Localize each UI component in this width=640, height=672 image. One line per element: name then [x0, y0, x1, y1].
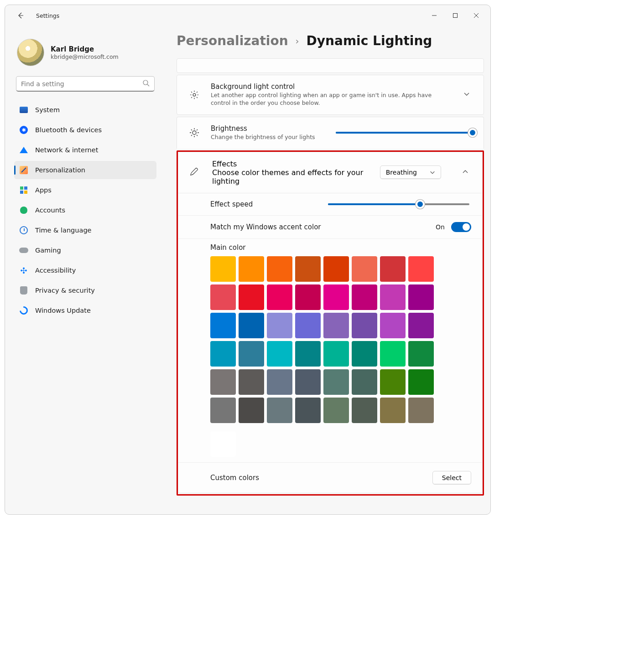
color-swatch[interactable] [323, 313, 349, 338]
color-swatch[interactable] [295, 398, 321, 423]
color-swatch[interactable] [239, 313, 264, 338]
titlebar: Settings [5, 5, 490, 26]
color-swatch[interactable] [408, 398, 434, 423]
back-button[interactable] [11, 6, 30, 25]
effect-speed-row: Effect speed [178, 193, 482, 216]
color-swatch[interactable] [323, 256, 349, 282]
personalization-icon [19, 165, 29, 175]
nav-item-system[interactable]: System [14, 101, 156, 119]
color-swatch[interactable] [352, 369, 377, 395]
effects-selected: Breathing [386, 169, 417, 176]
color-swatch[interactable] [210, 398, 236, 423]
effect-speed-slider[interactable] [328, 200, 469, 209]
color-swatch[interactable] [295, 341, 321, 367]
effects-subtitle: Choose color themes and effects for your… [212, 168, 370, 186]
brightness-row: Brightness Change the brightness of your… [177, 117, 484, 149]
color-swatch[interactable] [408, 369, 434, 395]
close-icon [473, 13, 479, 18]
color-swatch[interactable] [210, 256, 236, 282]
breadcrumb: Personalization › Dynamic Lighting [177, 33, 484, 48]
color-swatch[interactable] [323, 341, 349, 367]
search-box[interactable] [16, 76, 155, 92]
color-swatch[interactable] [380, 256, 406, 282]
color-swatch[interactable] [267, 398, 292, 423]
color-swatch[interactable] [408, 256, 434, 282]
color-swatch[interactable] [267, 256, 292, 282]
accent-toggle[interactable] [451, 222, 471, 232]
color-swatch[interactable] [239, 369, 264, 395]
nav-item-time[interactable]: Time & language [14, 221, 156, 239]
color-swatch[interactable] [239, 284, 264, 310]
color-swatch[interactable] [239, 398, 264, 423]
color-swatch[interactable] [210, 369, 236, 395]
color-swatch[interactable] [380, 369, 406, 395]
color-swatch[interactable] [267, 369, 292, 395]
profile-name: Karl Bridge [51, 45, 119, 53]
select-custom-color-button[interactable]: Select [432, 471, 471, 485]
expand-button[interactable] [461, 88, 473, 102]
color-swatch[interactable] [380, 313, 406, 338]
color-swatch[interactable] [380, 284, 406, 310]
color-swatch[interactable] [323, 369, 349, 395]
nav-item-bluetooth[interactable]: ✱Bluetooth & devices [14, 121, 156, 139]
color-swatch[interactable] [295, 256, 321, 282]
gear-icon [188, 90, 201, 100]
shield-icon [19, 285, 29, 295]
color-swatch[interactable] [352, 398, 377, 423]
accessibility-icon: ✣ [19, 265, 29, 275]
nav-item-privacy[interactable]: Privacy & security [14, 281, 156, 300]
nav-item-personalization[interactable]: Personalization [14, 161, 156, 179]
color-swatch[interactable] [295, 369, 321, 395]
color-swatch[interactable] [352, 256, 377, 282]
nav-label: Personalization [35, 166, 85, 174]
color-swatch[interactable] [295, 313, 321, 338]
color-swatch[interactable] [408, 313, 434, 338]
brightness-title: Brightness [211, 124, 326, 133]
color-swatch[interactable] [295, 284, 321, 310]
page-title: Dynamic Lighting [307, 33, 432, 48]
color-swatch[interactable] [323, 398, 349, 423]
color-swatch[interactable] [210, 313, 236, 338]
color-swatch[interactable] [408, 284, 434, 310]
color-swatch[interactable] [380, 341, 406, 367]
color-swatch-extra[interactable] [210, 431, 236, 457]
bg-control-title: Background light control [211, 83, 451, 91]
minimize-button[interactable] [424, 8, 445, 23]
color-swatch[interactable] [352, 341, 377, 367]
brightness-slider[interactable] [336, 128, 473, 137]
nav-item-network[interactable]: Network & internet [14, 141, 156, 159]
nav-item-update[interactable]: Windows Update [14, 301, 156, 320]
arrow-left-icon [17, 12, 24, 19]
nav-item-accessibility[interactable]: ✣Accessibility [14, 261, 156, 279]
color-swatch[interactable] [267, 284, 292, 310]
close-button[interactable] [466, 8, 487, 23]
pen-icon [189, 166, 202, 178]
system-icon [19, 105, 29, 115]
color-swatch[interactable] [210, 284, 236, 310]
maximize-icon [453, 13, 458, 18]
custom-colors-row: Custom colors Select [178, 462, 482, 493]
profile-block[interactable]: Karl Bridge kbridge@microsoft.com [17, 39, 163, 66]
profile-email: kbridge@microsoft.com [51, 53, 119, 60]
breadcrumb-parent[interactable]: Personalization [177, 33, 288, 48]
effects-dropdown[interactable]: Breathing [380, 165, 441, 179]
clock-icon [19, 225, 29, 235]
search-input[interactable] [21, 80, 142, 88]
color-swatch[interactable] [239, 341, 264, 367]
svg-point-2 [193, 93, 196, 96]
maximize-button[interactable] [445, 8, 466, 23]
background-light-control-row[interactable]: Background light control Let another app… [177, 75, 484, 114]
color-swatch[interactable] [352, 313, 377, 338]
color-swatch[interactable] [239, 256, 264, 282]
color-swatch[interactable] [267, 341, 292, 367]
color-swatch[interactable] [323, 284, 349, 310]
color-swatch[interactable] [380, 398, 406, 423]
collapse-button[interactable] [459, 165, 471, 180]
nav-item-accounts[interactable]: Accounts [14, 201, 156, 219]
color-swatch[interactable] [352, 284, 377, 310]
nav-item-gaming[interactable]: Gaming [14, 241, 156, 259]
color-swatch[interactable] [267, 313, 292, 338]
nav-item-apps[interactable]: Apps [14, 181, 156, 199]
color-swatch[interactable] [210, 341, 236, 367]
color-swatch[interactable] [408, 341, 434, 367]
